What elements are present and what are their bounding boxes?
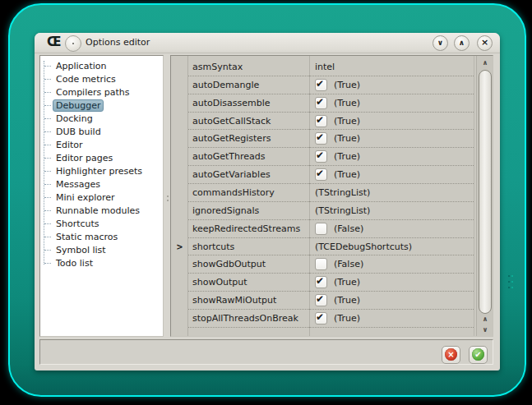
sidebar-item-label: Shortcuts: [53, 218, 103, 230]
scroll-down-icon[interactable]: ∨: [477, 324, 493, 336]
sidebar-item-debugger[interactable]: Debugger: [40, 99, 163, 112]
sidebar-item-label: Runnable modules: [53, 205, 143, 217]
property-value-text: (TStringList): [315, 187, 370, 198]
sidebar-item-shortcuts[interactable]: Shortcuts: [40, 217, 163, 230]
grid-row-autogetcallstack[interactable]: autoGetCallStack(True): [171, 113, 474, 131]
grid-row-stopallthreadsonbreak[interactable]: stopAllThreadsOnBreak(True): [171, 310, 474, 328]
sidebar-item-application[interactable]: Application: [40, 59, 163, 72]
grid-row-commandshistory[interactable]: commandsHistory(TStringList): [171, 184, 474, 202]
grid-right-line: [474, 56, 474, 336]
titlebar[interactable]: Œ Options editor ∨ ∧ ×: [35, 33, 500, 53]
window-menu-button[interactable]: [65, 35, 81, 52]
property-value-text: (True): [334, 80, 360, 90]
app-logo-icon: Œ: [47, 35, 61, 49]
scrollbar-thumb[interactable]: [479, 70, 492, 314]
row-selection-marker: [171, 292, 188, 310]
scroll-up-icon[interactable]: ∧: [477, 58, 493, 69]
tree-branch-icon: [44, 131, 51, 132]
row-selection-marker: [171, 166, 188, 184]
unshade-button[interactable]: ∧: [454, 35, 470, 51]
property-value-text: (TCEDebugShortcuts): [315, 242, 412, 252]
sidebar-item-dub-build[interactable]: DUB build: [40, 125, 163, 138]
property-value: (True): [309, 94, 474, 113]
grid-row-autogetthreads[interactable]: autoGetThreads(True): [171, 148, 474, 166]
checkbox-checked-icon[interactable]: [315, 97, 327, 109]
row-selection-marker: [171, 113, 188, 131]
tree-branch-icon: [44, 210, 51, 211]
property-value-text: intel: [315, 62, 335, 72]
sidebar-item-todo-list[interactable]: Todo list: [40, 256, 163, 269]
sidebar-item-highlighter-presets[interactable]: Highlighter presets: [40, 164, 163, 177]
grid-row-autogetregisters[interactable]: autoGetRegisters(True): [171, 130, 474, 148]
sidebar-item-symbol-list[interactable]: Symbol list: [40, 243, 163, 256]
cancel-button[interactable]: ×: [442, 346, 460, 364]
grid-row-autodisassemble[interactable]: autoDisassemble(True): [171, 94, 474, 113]
grid-row-showgdboutput[interactable]: showGdbOutput(False): [171, 255, 474, 274]
grid-row-keepredirectedstreams[interactable]: keepRedirectedStreams(False): [171, 220, 474, 238]
property-value-text: (True): [334, 133, 360, 144]
grid-row-shortcuts[interactable]: >shortcuts(TCEDebugShortcuts): [171, 238, 474, 256]
grid-row-autodemangle[interactable]: autoDemangle(True): [171, 76, 474, 94]
sidebar-item-editor[interactable]: Editor: [40, 138, 163, 151]
window-title: Options editor: [86, 37, 150, 48]
footer-panel: [39, 339, 493, 365]
sidebar-item-code-metrics[interactable]: Code metrics: [40, 72, 163, 85]
close-button[interactable]: ×: [477, 35, 493, 51]
grid-row-ignoredsignals[interactable]: ignoredSignals(TStringList): [171, 202, 474, 220]
property-name: autoGetCallStack: [188, 113, 309, 131]
options-editor-dialog: Œ Options editor ∨ ∧ × ApplicationCode m…: [35, 33, 500, 370]
property-value: (TStringList): [309, 184, 474, 202]
property-name: showOutput: [188, 274, 309, 292]
checkbox-checked-icon[interactable]: [315, 312, 327, 324]
property-value-text: (True): [334, 169, 360, 180]
checkbox-checked-icon[interactable]: [315, 115, 327, 127]
sidebar-item-label: Editor: [53, 139, 86, 151]
property-name: keepRedirectedStreams: [188, 220, 309, 238]
tree-branch-icon: [44, 250, 51, 251]
sidebar-item-runnable-modules[interactable]: Runnable modules: [40, 204, 163, 217]
checkbox-checked-icon[interactable]: [315, 294, 327, 306]
tree-branch-icon: [44, 171, 51, 172]
row-selection-marker: [171, 202, 188, 220]
tree-branch-icon: [44, 263, 51, 264]
grid-row-asmsyntax[interactable]: asmSyntaxintel: [171, 58, 474, 76]
sidebar-item-label: Code metrics: [53, 73, 119, 85]
grid-row-showoutput[interactable]: showOutput(True): [171, 274, 474, 292]
grid-rows: asmSyntaxintelautoDemangle(True)autoDisa…: [171, 58, 474, 328]
scroll-up-icon[interactable]: ∧: [477, 314, 493, 325]
sidebar-item-compilers-paths[interactable]: Compilers paths: [40, 85, 163, 99]
property-value: (True): [309, 166, 474, 184]
property-name: stopAllThreadsOnBreak: [188, 310, 309, 328]
sidebar-item-static-macros[interactable]: Static macros: [40, 230, 163, 243]
sidebar-item-label: Compilers paths: [53, 86, 132, 99]
grid-scrollbar[interactable]: ∧ ∧ ∨: [476, 56, 493, 336]
checkbox-checked-icon[interactable]: [315, 132, 327, 145]
property-name: ignoredSignals: [188, 202, 309, 220]
checkbox-checked-icon[interactable]: [315, 79, 327, 91]
sidebar-item-docking[interactable]: Docking: [40, 112, 163, 125]
checkbox-checked-icon[interactable]: [315, 276, 327, 288]
sidebar-item-editor-pages[interactable]: Editor pages: [40, 151, 163, 164]
ok-button[interactable]: ✔: [469, 346, 488, 364]
grid-row-autogetvariables[interactable]: autoGetVariables(True): [171, 166, 474, 184]
tree-branch-icon: [44, 197, 51, 198]
sidebar-item-label: Todo list: [53, 257, 96, 269]
panel-splitter[interactable]: [164, 55, 170, 337]
grid-row-showrawmioutput[interactable]: showRawMiOutput(True): [171, 292, 474, 310]
checkbox-unchecked-icon[interactable]: [315, 223, 327, 235]
shade-button[interactable]: ∨: [433, 35, 448, 51]
sidebar-item-messages[interactable]: Messages: [40, 177, 163, 191]
close-icon: ×: [481, 37, 488, 48]
row-selection-marker: [171, 184, 188, 202]
property-value-text: (False): [334, 223, 363, 234]
sidebar-item-label: Editor pages: [53, 152, 116, 164]
property-value: (False): [309, 220, 474, 238]
sidebar-item-mini-explorer[interactable]: Mini explorer: [40, 191, 163, 204]
frame-grip-dots: [507, 271, 513, 289]
checkbox-checked-icon[interactable]: [315, 150, 327, 163]
property-value-text: (True): [334, 313, 360, 324]
property-value-text: (True): [334, 98, 360, 108]
checkbox-unchecked-icon[interactable]: [315, 258, 327, 270]
sidebar-item-label: Static macros: [53, 231, 121, 243]
checkbox-checked-icon[interactable]: [315, 168, 327, 181]
